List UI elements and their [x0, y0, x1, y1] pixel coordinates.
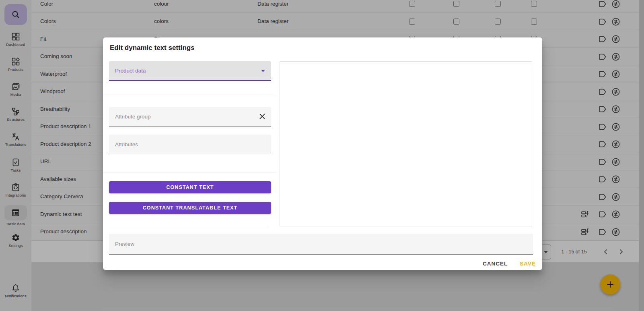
divider [103, 96, 276, 96]
constant-translatable-text-button[interactable]: CONSTANT TRANSLATABLE TEXT [109, 202, 271, 214]
dynamic-text-preview-panel [280, 61, 532, 226]
clear-icon[interactable] [259, 113, 266, 120]
data-source-select[interactable]: Product data [109, 61, 271, 81]
save-button[interactable]: SAVE [520, 261, 536, 267]
preview-input[interactable] [109, 234, 533, 254]
dialog-actions: CANCEL SAVE [483, 258, 536, 269]
attributes-field [109, 135, 271, 154]
cancel-button[interactable]: CANCEL [483, 261, 508, 267]
dialog-title: Edit dynamic text settings [110, 44, 195, 52]
attribute-group-input[interactable] [109, 107, 271, 126]
preview-field [109, 234, 533, 255]
attribute-group-field [109, 107, 271, 126]
data-source-select-value: Product data [115, 68, 261, 74]
chevron-down-icon [261, 70, 265, 72]
constant-text-button[interactable]: CONSTANT TEXT [109, 181, 271, 193]
divider [109, 227, 268, 227]
edit-dynamic-text-dialog: Edit dynamic text settings Product data … [103, 37, 542, 270]
attributes-input[interactable] [109, 135, 271, 154]
app-window: Color colour Data register [0, 0, 644, 311]
divider [103, 172, 276, 172]
